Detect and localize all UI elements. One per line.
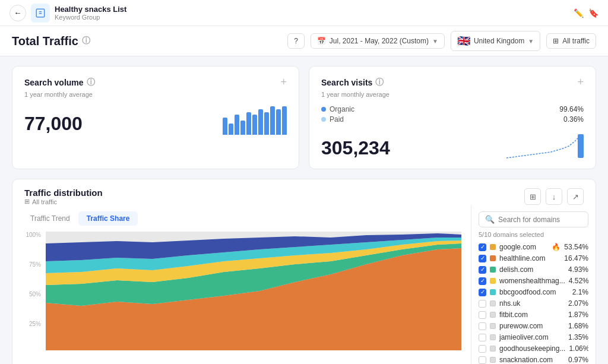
question-icon: ? bbox=[294, 37, 298, 45]
mini-bar bbox=[276, 109, 281, 135]
search-visits-value: 305,234 bbox=[321, 137, 390, 159]
edit-icon[interactable]: ✏️ bbox=[574, 8, 584, 18]
domain-name: purewow.com bbox=[499, 322, 565, 330]
mini-bar bbox=[270, 106, 275, 135]
mini-bars-chart bbox=[223, 105, 287, 135]
domain-checkbox[interactable]: ✓ bbox=[479, 277, 486, 285]
domain-list: ✓ google.com 🔥 53.54% ✓ healthline.com 1… bbox=[479, 243, 588, 364]
flag-icon: 🇬🇧 bbox=[457, 34, 470, 48]
domain-emoji: 🔥 bbox=[552, 243, 560, 251]
breadcrumb: Healthy snacks List Keyword Group bbox=[55, 5, 569, 21]
mini-bar bbox=[258, 109, 263, 135]
domain-item[interactable]: ✓ delish.com 4.93% bbox=[479, 265, 588, 274]
domains-count: 5/10 domains selected bbox=[479, 231, 588, 238]
search-volume-title: Search volume ⓘ bbox=[24, 77, 95, 88]
y-label: 75% bbox=[22, 261, 41, 268]
domain-name: google.com bbox=[499, 243, 548, 251]
domain-name: nhs.uk bbox=[499, 299, 565, 308]
domain-item[interactable]: purewow.com 1.68% bbox=[479, 322, 588, 330]
header-row: Total Traffic ⓘ ? 📅 Jul, 2021 - May, 202… bbox=[0, 26, 608, 56]
dist-body: Traffic TrendTraffic Share 100%75%50%25% bbox=[12, 205, 596, 364]
mini-bar bbox=[235, 115, 239, 135]
search-visits-plus[interactable]: + bbox=[577, 76, 584, 88]
export-excel-button[interactable]: ⊞ bbox=[524, 188, 541, 205]
domain-name: goodhousekeeping... bbox=[499, 344, 565, 353]
domain-item[interactable]: snacknation.com 0.97% bbox=[479, 356, 588, 364]
domain-item[interactable]: ✓ google.com 🔥 53.54% bbox=[479, 243, 588, 251]
share-button[interactable]: ↗ bbox=[567, 188, 584, 205]
y-axis-labels: 100%75%50%25% bbox=[22, 232, 43, 350]
search-visits-info-icon[interactable]: ⓘ bbox=[375, 77, 384, 88]
domain-item[interactable]: ✓ healthline.com 16.47% bbox=[479, 254, 588, 262]
chart-tab[interactable]: Traffic Share bbox=[78, 211, 138, 226]
domain-color-dot bbox=[490, 244, 496, 250]
domain-checkbox[interactable] bbox=[479, 322, 486, 330]
traffic-filter-button[interactable]: ⊞ All traffic bbox=[546, 33, 596, 49]
info-icon[interactable]: ⓘ bbox=[82, 36, 90, 46]
country-selector[interactable]: 🇬🇧 United Kingdom ▼ bbox=[451, 31, 540, 51]
search-volume-plus[interactable]: + bbox=[280, 76, 287, 88]
domain-checkbox[interactable] bbox=[479, 334, 486, 341]
domain-name: snacknation.com bbox=[499, 356, 565, 364]
domain-search-box[interactable]: 🔍 bbox=[479, 211, 588, 227]
domain-pct: 53.54% bbox=[564, 243, 588, 251]
search-volume-card: Search volume ⓘ + 1 year monthly average… bbox=[12, 66, 299, 169]
dist-toolbar: ⊞ ↓ ↗ bbox=[524, 188, 584, 205]
domain-checkbox[interactable]: ✓ bbox=[479, 266, 486, 274]
domain-checkbox[interactable]: ✓ bbox=[479, 255, 486, 262]
search-volume-value: 77,000 bbox=[24, 113, 83, 135]
domain-search-input[interactable] bbox=[498, 216, 582, 224]
mini-bar bbox=[229, 124, 233, 135]
main-content: Search volume ⓘ + 1 year monthly average… bbox=[0, 56, 608, 364]
domain-color-dot bbox=[490, 357, 496, 363]
chevron-down-icon: ▼ bbox=[432, 38, 438, 45]
domain-pct: 1.68% bbox=[568, 322, 588, 330]
search-visits-title: Search visits ⓘ bbox=[321, 77, 384, 88]
mini-bar bbox=[264, 112, 269, 135]
domain-color-dot bbox=[490, 300, 496, 306]
traffic-filter-label: All traffic bbox=[562, 37, 590, 45]
domain-checkbox[interactable] bbox=[479, 311, 486, 319]
domain-pct: 16.47% bbox=[564, 254, 588, 262]
domain-item[interactable]: ✓ bbcgoodfood.com 2.1% bbox=[479, 288, 588, 296]
chart-tabs: Traffic TrendTraffic Share bbox=[22, 211, 461, 226]
domain-item[interactable]: nhs.uk 2.07% bbox=[479, 299, 588, 308]
search-volume-subtitle: 1 year monthly average bbox=[24, 91, 287, 98]
date-range-button[interactable]: 📅 Jul, 2021 - May, 2022 (Custom) ▼ bbox=[311, 33, 445, 49]
domain-checkbox[interactable]: ✓ bbox=[479, 289, 486, 296]
search-visits-legend: Organic99.64%Paid0.36% bbox=[321, 105, 584, 124]
page-title: Total Traffic ⓘ bbox=[12, 34, 90, 48]
domain-checkbox[interactable] bbox=[479, 356, 486, 364]
filter-icon: ⊞ bbox=[553, 37, 559, 45]
search-visits-subtitle: 1 year monthly average bbox=[321, 91, 584, 98]
legend-item: Organic99.64% bbox=[321, 105, 584, 113]
domain-item[interactable]: jamieoliver.com 1.35% bbox=[479, 333, 588, 341]
domain-checkbox[interactable] bbox=[479, 300, 486, 308]
visits-mini-chart bbox=[506, 129, 584, 159]
search-volume-bottom: 77,000 bbox=[24, 105, 287, 135]
back-button[interactable]: ← bbox=[10, 5, 26, 21]
y-label: 50% bbox=[22, 291, 41, 297]
search-volume-info-icon[interactable]: ⓘ bbox=[87, 77, 95, 88]
y-label: 100% bbox=[22, 232, 41, 238]
domain-checkbox[interactable]: ✓ bbox=[479, 243, 486, 251]
search-icon: 🔍 bbox=[485, 215, 495, 224]
chart-tab[interactable]: Traffic Trend bbox=[22, 211, 78, 226]
domain-color-dot bbox=[490, 267, 496, 273]
domain-item[interactable]: ✓ womenshealthmag... 4.52% bbox=[479, 277, 588, 285]
help-button[interactable]: ? bbox=[287, 33, 305, 49]
domain-name: delish.com bbox=[499, 265, 565, 274]
domain-item[interactable]: goodhousekeeping... 1.06% bbox=[479, 344, 588, 353]
header-controls: ? 📅 Jul, 2021 - May, 2022 (Custom) ▼ 🇬🇧 … bbox=[287, 31, 596, 51]
all-traffic-icon: ⊞ bbox=[24, 198, 30, 205]
domain-checkbox[interactable] bbox=[479, 345, 486, 353]
domain-color-dot bbox=[490, 334, 496, 340]
domain-item[interactable]: fitbit.com 1.87% bbox=[479, 311, 588, 319]
dist-title: Traffic distribution bbox=[24, 188, 103, 198]
calendar-icon: 📅 bbox=[317, 37, 326, 45]
legend-item: Paid0.36% bbox=[321, 115, 584, 124]
download-button[interactable]: ↓ bbox=[546, 188, 562, 205]
domain-name: jamieoliver.com bbox=[499, 333, 565, 341]
cards-row: Search volume ⓘ + 1 year monthly average… bbox=[12, 66, 596, 169]
bookmark-icon[interactable]: 🔖 bbox=[588, 8, 598, 18]
